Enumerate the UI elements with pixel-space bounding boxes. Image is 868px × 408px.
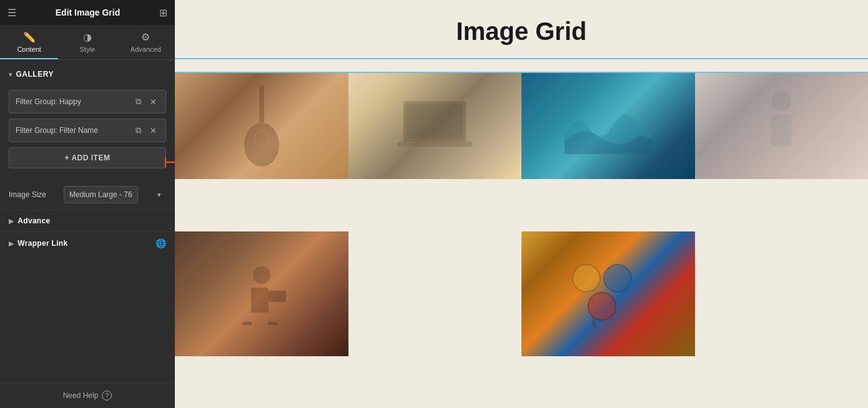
image-size-select[interactable]: Medium Large - 76 Thumbnail Medium Large…	[64, 186, 138, 203]
image-grid	[175, 73, 868, 408]
filter-group-1-label: Filter Group: Happy	[16, 97, 133, 106]
tab-advanced-label: Advanced	[131, 46, 161, 53]
tab-style-label: Style	[80, 46, 95, 53]
add-item-button[interactable]: + ADD ITEM	[9, 147, 166, 168]
svg-rect-13	[242, 322, 252, 325]
grid-cell-photographer[interactable]	[175, 231, 348, 356]
tab-advanced[interactable]: ⚙ Advanced	[117, 25, 175, 59]
tab-content-label: Content	[17, 46, 41, 53]
grid-icon[interactable]: ⊞	[159, 7, 167, 19]
gallery-chevron-icon: ▾	[9, 71, 12, 78]
tab-style[interactable]: ◑ Style	[58, 25, 116, 59]
svg-rect-9	[771, 115, 791, 146]
filter-group-item: Filter Group: Happy ⧉ ✕	[9, 90, 166, 114]
image-photographer	[175, 231, 348, 356]
advance-label: Advance	[17, 216, 50, 225]
tab-content[interactable]: ✏️ Content	[0, 25, 58, 59]
advance-section[interactable]: ▶ Advance	[0, 210, 175, 231]
wrapper-link-chevron-icon: ▶	[9, 240, 14, 247]
svg-rect-18	[591, 318, 596, 328]
add-item-container: + ADD ITEM	[9, 147, 166, 177]
svg-point-17	[588, 293, 616, 320]
help-icon[interactable]: ?	[102, 391, 112, 401]
sidebar-title: Edit Image Grid	[56, 7, 120, 17]
content-tab-icon: ✏️	[23, 31, 36, 43]
red-arrow-annotation	[165, 155, 175, 169]
gallery-section-header[interactable]: ▾ Gallery	[9, 66, 166, 82]
svg-point-3	[244, 123, 279, 167]
image-artist	[695, 73, 869, 179]
wrapper-link-section-header: ▶ Wrapper Link 🌐	[9, 238, 166, 248]
grid-cell-ukulele[interactable]	[175, 73, 348, 179]
page-title: Image Grid	[187, 17, 856, 46]
filter-group-2-remove-button[interactable]: ✕	[147, 125, 159, 137]
gallery-section: ▾ Gallery Filter Group: Happy ⧉ ✕ Filter…	[0, 60, 175, 183]
filter-group-1-remove-button[interactable]: ✕	[147, 96, 159, 108]
grid-cell-paint[interactable]	[521, 231, 695, 356]
filter-group-2-copy-button[interactable]: ⧉	[133, 124, 144, 137]
svg-rect-12	[269, 291, 286, 302]
image-size-select-wrap: Medium Large - 76 Thumbnail Medium Large…	[64, 186, 166, 203]
filter-group-2-label: Filter Group: Filter Name	[16, 126, 133, 135]
advance-chevron-icon: ▶	[9, 218, 14, 225]
hamburger-icon[interactable]: ☰	[7, 7, 16, 19]
filter-group-2-actions: ⧉ ✕	[133, 124, 159, 137]
filter-group-1-actions: ⧉ ✕	[133, 95, 159, 108]
help-label[interactable]: Need Help	[63, 391, 99, 400]
gallery-section-label: Gallery	[16, 70, 54, 79]
advance-section-header: ▶ Advance	[9, 216, 166, 225]
sidebar-tabs: ✏️ Content ◑ Style ⚙ Advanced	[0, 25, 175, 60]
filter-group-1-copy-button[interactable]: ⧉	[133, 95, 144, 108]
filter-group-item: Filter Group: Filter Name ⧉ ✕	[9, 119, 166, 142]
wrapper-link-section[interactable]: ▶ Wrapper Link 🌐	[0, 231, 175, 255]
svg-rect-11	[251, 288, 269, 313]
main-content: Image Grid	[175, 0, 868, 408]
wrapper-link-label: Wrapper Link	[17, 239, 67, 248]
svg-point-10	[253, 266, 270, 284]
grid-cell-empty	[348, 231, 522, 356]
sidebar-topbar: ☰ Edit Image Grid ⊞	[0, 0, 175, 25]
svg-rect-14	[268, 322, 277, 325]
sidebar: ☰ Edit Image Grid ⊞ ✏️ Content ◑ Style ⚙…	[0, 0, 175, 408]
svg-point-8	[771, 91, 791, 111]
style-tab-icon: ◑	[83, 31, 92, 43]
grid-cell-artist[interactable]	[695, 73, 869, 179]
wrapper-link-globe-icon: 🌐	[155, 238, 166, 248]
page-header: Image Grid	[175, 0, 868, 52]
image-size-control: Image Size Medium Large - 76 Thumbnail M…	[0, 183, 175, 210]
image-wave	[521, 73, 695, 179]
wrapper-link-actions: 🌐	[155, 238, 166, 248]
sidebar-footer: Need Help ?	[0, 382, 175, 408]
grid-cell-wave[interactable]	[521, 73, 695, 179]
wrapper-link-section-title: ▶ Wrapper Link	[9, 239, 67, 248]
svg-point-16	[604, 265, 631, 292]
image-size-label: Image Size	[9, 190, 59, 199]
svg-rect-7	[397, 142, 472, 147]
image-ukulele	[175, 73, 348, 179]
image-paint	[521, 231, 695, 356]
svg-point-15	[573, 265, 600, 292]
grid-cell-empty2	[695, 231, 869, 356]
advance-section-title: ▶ Advance	[9, 216, 50, 225]
advanced-tab-icon: ⚙	[141, 31, 150, 43]
image-laptop	[348, 73, 522, 179]
grid-cell-laptop[interactable]	[348, 73, 522, 179]
top-blue-divider	[175, 58, 868, 59]
svg-rect-2	[259, 85, 264, 123]
svg-rect-6	[407, 104, 463, 138]
